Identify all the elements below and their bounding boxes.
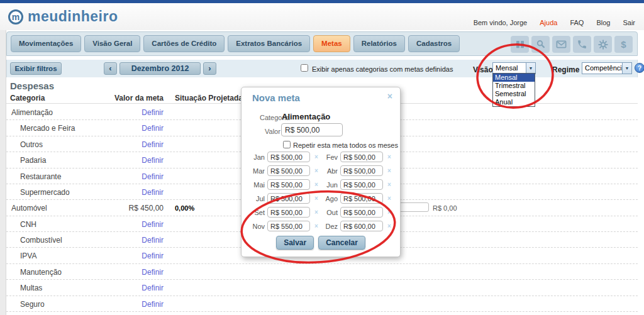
month-delete-icon[interactable]: ×: [313, 195, 320, 202]
tab-relatorios[interactable]: Relatórios: [353, 35, 405, 52]
tab-extratos-bancarios[interactable]: Extratos Bancários: [228, 35, 310, 52]
month-delete-icon[interactable]: ×: [313, 153, 320, 160]
month-delete-icon[interactable]: ×: [313, 167, 320, 174]
phone-icon[interactable]: [573, 36, 591, 53]
goal-value: R$ 450,00: [94, 204, 164, 213]
filter-defined-goals-checkbox[interactable]: [301, 64, 308, 72]
month-label-jan: Jan: [246, 153, 265, 161]
userbar-link-sair[interactable]: Sair: [623, 19, 635, 26]
value-input[interactable]: [281, 123, 343, 136]
userbar-link-faq[interactable]: FAQ: [570, 19, 584, 26]
month-input-out[interactable]: [340, 207, 383, 218]
month-delete-icon[interactable]: ×: [386, 181, 393, 188]
userbar-link-ajuda[interactable]: Ajuda: [540, 19, 557, 26]
cancel-button[interactable]: Cancelar: [318, 236, 365, 250]
filter-defined-goals-label: Exibir apenas categorias com metas defin…: [312, 65, 453, 73]
tab-metas[interactable]: Metas: [313, 35, 350, 52]
tab-movimentacoes[interactable]: Movimentações: [11, 35, 81, 52]
search-icon[interactable]: [531, 36, 550, 53]
repeat-label: Repetir esta meta todos os meses: [293, 141, 398, 149]
columns-icon[interactable]: [511, 36, 529, 53]
month-input-dez[interactable]: [340, 221, 383, 231]
month-input-fev[interactable]: [340, 152, 383, 162]
help-icon[interactable]: ?: [635, 63, 644, 73]
month-input-mai[interactable]: [267, 179, 310, 190]
month-input-set[interactable]: [267, 207, 310, 218]
value-label: Valor: [265, 128, 280, 135]
table-row-manutencao: ManutençãoDefinir: [6, 264, 638, 280]
section-title: Despesas: [10, 80, 54, 91]
save-button[interactable]: Salvar: [276, 236, 314, 250]
category-name: Automóvel: [11, 204, 47, 213]
month-label-set: Set: [246, 209, 265, 216]
definir-link[interactable]: Definir: [94, 236, 164, 245]
userbar-link-blog[interactable]: Blog: [596, 19, 610, 26]
definir-link[interactable]: Definir: [94, 140, 164, 149]
month-delete-icon[interactable]: ×: [386, 209, 393, 216]
month-label-abr: Abr: [323, 167, 338, 175]
next-period-button[interactable]: ›: [203, 62, 216, 75]
month-label-out: Out: [323, 209, 338, 216]
nav-tabs: MovimentaçõesVisão GeralCartões de Crédi…: [11, 35, 460, 52]
progress-percent: 0,00%: [175, 204, 194, 212]
month-input-nov[interactable]: [267, 221, 310, 231]
mail-icon[interactable]: [552, 36, 570, 53]
category-name: Alimentação: [11, 108, 53, 117]
definir-link[interactable]: Definir: [94, 188, 164, 197]
month-delete-icon[interactable]: ×: [386, 223, 393, 229]
regime-label: Regime: [552, 65, 579, 74]
definir-link[interactable]: Definir: [94, 284, 164, 292]
tab-cadastros[interactable]: Cadastros: [408, 35, 460, 52]
definir-link[interactable]: Definir: [94, 300, 164, 309]
close-icon[interactable]: ×: [387, 91, 392, 101]
definir-link[interactable]: Definir: [94, 268, 164, 277]
month-input-ago[interactable]: [340, 193, 383, 204]
month-values-grid: Jan×Fev×Mar×Abr×Mai×Jun×Jul×Ago×Set×Out×…: [246, 152, 393, 231]
nova-meta-dialog: Nova meta × Categoria Alimentação Valor …: [241, 87, 401, 257]
quick-icons: $: [511, 36, 633, 53]
definir-link[interactable]: Definir: [94, 124, 164, 133]
definir-link[interactable]: Definir: [94, 220, 164, 229]
view-option-semestral[interactable]: Semestral: [493, 90, 535, 98]
show-filters-button[interactable]: Exibir filtros: [10, 62, 62, 75]
regime-select[interactable]: Competência ▼: [582, 62, 632, 74]
month-delete-icon[interactable]: ×: [386, 153, 393, 160]
month-delete-icon[interactable]: ×: [313, 181, 320, 188]
definir-link[interactable]: Definir: [94, 156, 164, 165]
tab-cartoes-de-credito[interactable]: Cartões de Crédito: [143, 35, 225, 52]
table-row-multas: MultasDefinir: [6, 280, 638, 296]
month-input-jun[interactable]: [340, 179, 383, 190]
definir-link[interactable]: Definir: [94, 251, 164, 260]
brand-logo[interactable]: m meudinheiro: [8, 8, 118, 25]
view-label: Visão: [473, 65, 493, 74]
prev-period-button[interactable]: ‹: [104, 62, 117, 75]
category-name: Combustível: [20, 236, 62, 245]
period-label[interactable]: Dezembro 2012: [119, 62, 201, 75]
month-delete-icon[interactable]: ×: [313, 223, 320, 229]
month-label-ago: Ago: [323, 195, 338, 202]
category-name: Seguro: [20, 300, 45, 309]
month-delete-icon[interactable]: ×: [386, 167, 393, 174]
month-label-dez: Dez: [323, 223, 338, 230]
view-option-mensal[interactable]: Mensal: [493, 74, 535, 82]
gear-icon[interactable]: [594, 36, 612, 53]
month-input-mar[interactable]: [267, 165, 310, 176]
definir-link[interactable]: Definir: [94, 172, 164, 181]
regime-select-value: Competência: [582, 63, 622, 74]
brand-monogram-icon: m: [8, 9, 23, 25]
category-name: Supermercado: [20, 188, 70, 197]
view-option-trimestral[interactable]: Trimestral: [493, 82, 535, 90]
category-name: CNH: [20, 220, 36, 229]
tab-visao-geral[interactable]: Visão Geral: [84, 35, 140, 52]
month-delete-icon[interactable]: ×: [386, 195, 393, 202]
repeat-checkbox[interactable]: [283, 141, 291, 148]
month-input-abr[interactable]: [340, 165, 383, 176]
dollar-icon[interactable]: $: [614, 36, 633, 53]
month-input-jan[interactable]: [267, 152, 310, 162]
definir-link[interactable]: Definir: [94, 108, 164, 117]
table-row-seguro: SeguroDefinir: [6, 296, 638, 312]
category-value: Alimentação: [282, 112, 330, 121]
view-option-anual[interactable]: Anual: [493, 98, 535, 106]
month-delete-icon[interactable]: ×: [313, 209, 320, 216]
month-input-jul[interactable]: [267, 193, 310, 204]
